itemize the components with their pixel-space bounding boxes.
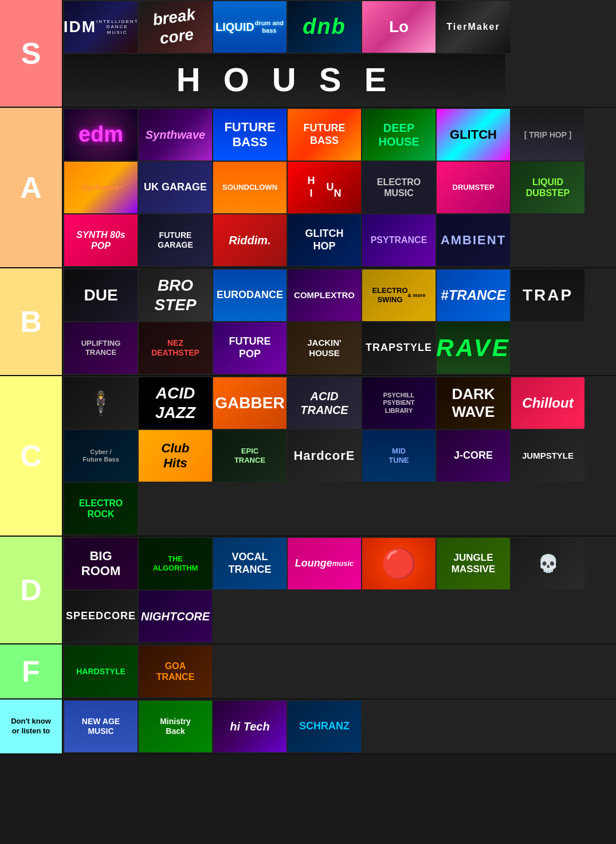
tile-lounge[interactable]: Loungemusic bbox=[288, 538, 361, 589]
tile-trap[interactable]: TRAP bbox=[511, 269, 584, 321]
tier-label-c: C bbox=[0, 376, 63, 536]
tile-acid-trance[interactable]: ACIDTRANCE bbox=[288, 377, 361, 429]
tile-lo[interactable]: Lo bbox=[362, 1, 435, 53]
tile-hardstyle[interactable]: HARDSTYLE bbox=[64, 646, 138, 697]
tier-row-d: D BIGROOM THEALGORITHM VOCALTRANCE Loung… bbox=[0, 537, 616, 644]
tile-future-garage[interactable]: FUTUREGARAGE bbox=[139, 214, 212, 266]
tier-items-d: BIGROOM THEALGORITHM VOCALTRANCE Loungem… bbox=[63, 537, 616, 643]
tile-deathmask[interactable]: 💀 bbox=[511, 538, 584, 589]
tile-hitech[interactable]: hi Tech bbox=[213, 701, 287, 752]
tile-liquid-dnb[interactable]: LIQUIDdrum and bass bbox=[213, 1, 287, 53]
tile-deep-house[interactable]: DEEPHOUSE bbox=[362, 109, 435, 161]
tile-drumstep[interactable]: DRUMSTEP bbox=[437, 162, 510, 213]
tile-jackin-house[interactable]: JACKIN'HOUSE bbox=[288, 322, 361, 374]
tile-algorithm[interactable]: THEALGORITHM bbox=[139, 538, 212, 589]
tile-midtune[interactable]: MIDTUNE bbox=[362, 430, 435, 482]
tier-items-dk: NEW AGEMUSIC MinistryBack hi Tech SCHRAN… bbox=[63, 700, 616, 753]
tier-label-dk: Don't knowor listen to bbox=[0, 700, 63, 753]
tile-rave[interactable]: RAVE bbox=[437, 322, 510, 374]
tier-items-f: HARDSTYLE GOATRANCE bbox=[63, 644, 616, 698]
tile-acid-jazz[interactable]: ACIDJAZZ bbox=[139, 377, 212, 429]
tile-dnb[interactable]: dnb bbox=[288, 1, 361, 53]
tile-electro-swing[interactable]: ELECTROSWING& more bbox=[362, 269, 435, 321]
tile-synth-pop[interactable]: SYNTH 80sPOP bbox=[64, 214, 138, 266]
tile-house[interactable]: H O U S E bbox=[64, 54, 505, 106]
tile-nightcore[interactable]: NIGHTCORE bbox=[139, 591, 212, 642]
tile-liquid-dubstep[interactable]: LIQUIDDUBSTEP bbox=[511, 162, 584, 213]
tile-goa-trance[interactable]: GOATRANCE bbox=[139, 646, 212, 697]
tile-jumpstyle[interactable]: JUMPSTYLE bbox=[511, 430, 584, 482]
tile-jcore[interactable]: J-CORE bbox=[437, 430, 510, 482]
tile-dubstep[interactable]: DUE bbox=[64, 269, 138, 321]
tile-deathstep[interactable]: NEZDEATHSTEP bbox=[139, 322, 212, 374]
tier-row-f: F HARDSTYLE GOATRANCE bbox=[0, 644, 616, 700]
tier-label-a: A bbox=[0, 108, 63, 267]
tile-club-hits[interactable]: ClubHits bbox=[139, 430, 212, 482]
tier-label-s: S bbox=[0, 0, 63, 107]
tile-tiermaker[interactable]: TierMaker bbox=[437, 1, 510, 53]
tier-items-c: 🕴 ACIDJAZZ GABBER ACIDTRANCE PSYCHILLPSY… bbox=[63, 376, 616, 536]
tier-row-a: A edm Synthwave FUTUREBASS FUTURE BASS D… bbox=[0, 108, 616, 268]
tile-ambient[interactable]: AMBIENT bbox=[437, 214, 510, 266]
tile-synthwave2[interactable]: ~Synthwave~ bbox=[64, 162, 138, 213]
tile-breakcore[interactable]: breakcore bbox=[139, 1, 212, 53]
tile-ministry-back[interactable]: MinistryBack bbox=[139, 701, 212, 752]
tile-cyber[interactable]: Cyber /Future Bass bbox=[64, 430, 138, 482]
tier-label-f: F bbox=[0, 644, 63, 698]
tile-orange-circle[interactable]: 🔴 bbox=[362, 538, 435, 589]
tile-chillout[interactable]: Chillout bbox=[511, 377, 584, 429]
tile-uk-garage[interactable]: UK GARAGE bbox=[139, 162, 212, 213]
tile-brostep[interactable]: BROSTEP bbox=[139, 269, 212, 321]
tile-synthwave[interactable]: Synthwave bbox=[139, 109, 212, 161]
tier-label-b: B bbox=[0, 268, 63, 375]
tile-future-bass[interactable]: FUTUREBASS bbox=[213, 109, 287, 161]
tier-items-a: edm Synthwave FUTUREBASS FUTURE BASS DEE… bbox=[63, 108, 616, 267]
tier-items-b: DUE BROSTEP EURODANCE COMPLEXTRO ELECTRO… bbox=[63, 268, 616, 375]
tile-idm[interactable]: IDMINTELLIGENT DANCE MUSIC bbox=[64, 1, 138, 53]
tile-big-room[interactable]: BIGROOM bbox=[64, 538, 138, 589]
tile-eurodance[interactable]: EURODANCE bbox=[213, 269, 287, 321]
tier-items-s: IDMINTELLIGENT DANCE MUSIC breakcore LIQ… bbox=[63, 0, 616, 107]
tile-complextro[interactable]: COMPLEXTRO bbox=[288, 269, 361, 321]
tile-new-age[interactable]: NEW AGEMUSIC bbox=[64, 701, 138, 752]
tile-electro-rock[interactable]: ELECTROROCK bbox=[64, 483, 138, 534]
tile-psytrance[interactable]: PSYTRANCE bbox=[362, 214, 435, 266]
tile-edm[interactable]: edm bbox=[64, 109, 138, 161]
tile-uplifting-trance[interactable]: UPLIFTINGTRANCE bbox=[64, 322, 138, 374]
tile-vocal-trance[interactable]: VOCALTRANCE bbox=[213, 538, 287, 589]
tile-gabber[interactable]: GABBER bbox=[213, 377, 287, 429]
tier-row-s: S IDMINTELLIGENT DANCE MUSIC breakcore L… bbox=[0, 0, 616, 108]
tile-trip-hop[interactable]: [ TRIP HOP ] bbox=[511, 109, 584, 161]
tier-label-d: D bbox=[0, 537, 63, 643]
tile-future-bass2[interactable]: FUTURE BASS bbox=[288, 109, 361, 161]
tile-electro-music[interactable]: ELECTROMUSIC bbox=[362, 162, 435, 213]
tier-row-c: C 🕴 ACIDJAZZ GABBER ACIDTRANCE PSYCHILLP… bbox=[0, 376, 616, 537]
tier-row-dk: Don't knowor listen to NEW AGEMUSIC Mini… bbox=[0, 700, 616, 755]
tile-future-pop[interactable]: FUTUREPOP bbox=[213, 322, 287, 374]
tile-riddim[interactable]: Riddim. bbox=[213, 214, 287, 266]
tile-epic-trance[interactable]: EPICTRANCE bbox=[213, 430, 287, 482]
tier-row-b: B DUE BROSTEP EURODANCE COMPLEXTRO ELECT… bbox=[0, 268, 616, 376]
tile-soundclown[interactable]: SOUNDCLOWN bbox=[213, 162, 287, 213]
tile-psychill[interactable]: PSYCHILLPSYBIENTLIBRARY bbox=[362, 377, 435, 429]
tile-speedcore[interactable]: SPEEDCORE bbox=[64, 591, 138, 642]
tile-jungle[interactable]: JUNGLEMASSIVE bbox=[437, 538, 510, 589]
tile-dark-wave[interactable]: DARKWAVE bbox=[437, 377, 510, 429]
tile-glitch[interactable]: GLITCH bbox=[437, 109, 510, 161]
tile-hardcore[interactable]: HardcorE bbox=[288, 430, 361, 482]
tile-trance[interactable]: #TRANCE bbox=[437, 269, 510, 321]
tile-trapstyle[interactable]: TRAPSTYLE bbox=[362, 322, 435, 374]
tile-hun[interactable]: HIUN bbox=[288, 162, 361, 213]
tile-schranz[interactable]: SCHRANZ bbox=[288, 701, 361, 752]
tile-glitch-hop[interactable]: GLITCHHOP bbox=[288, 214, 361, 266]
tier-list: S IDMINTELLIGENT DANCE MUSIC breakcore L… bbox=[0, 0, 616, 755]
tile-person[interactable]: 🕴 bbox=[64, 377, 138, 429]
